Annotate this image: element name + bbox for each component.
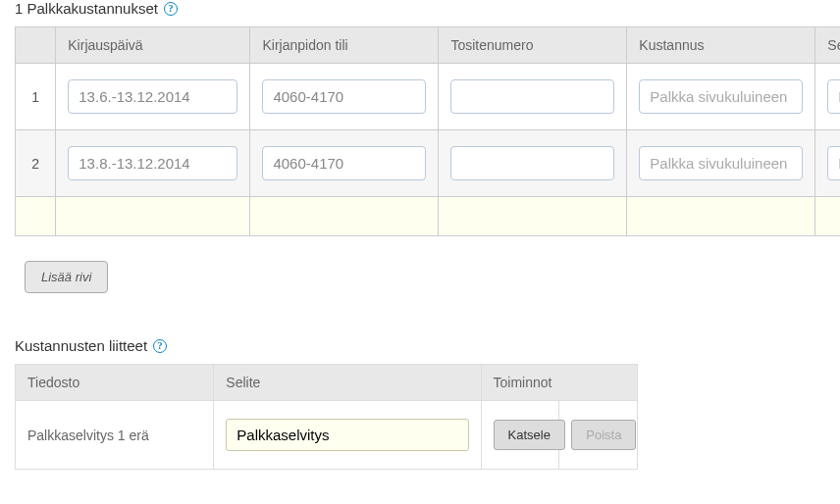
table-header-row: Tiedosto Selite Toiminnot <box>16 365 638 401</box>
table-row: Palkkaselvitys 1 erä Katsele Poista <box>16 401 638 470</box>
attachments-table: Tiedosto Selite Toiminnot Palkkaselvitys… <box>15 364 638 470</box>
delete-button: Poista <box>571 420 636 450</box>
header-actions: Toiminnot <box>481 365 637 401</box>
help-icon[interactable]: ? <box>164 2 178 16</box>
cost-input[interactable] <box>639 146 803 180</box>
account-input[interactable] <box>262 79 426 114</box>
date-input[interactable] <box>68 146 237 180</box>
costs-table: Kirjauspäivä Kirjanpidon tili Tositenume… <box>15 26 840 236</box>
voucher-input[interactable] <box>450 79 614 114</box>
header-cost: Kustannus <box>627 27 815 64</box>
header-explanation: Selite <box>815 27 840 64</box>
header-rownum <box>16 27 56 64</box>
table-footer-row <box>16 197 841 236</box>
section-title-attachments: Kustannusten liitteet ? <box>15 337 825 354</box>
view-button[interactable]: Katsele <box>494 420 565 450</box>
header-date: Kirjauspäivä <box>56 27 250 64</box>
header-account: Kirjanpidon tili <box>250 27 439 64</box>
table-row: 1 <box>16 64 841 130</box>
cost-input[interactable] <box>639 79 803 114</box>
section-title-attachments-text: Kustannusten liitteet <box>15 337 147 354</box>
section-title-costs-text: 1 Palkkakustannukset <box>15 0 158 17</box>
section-title-costs: 1 Palkkakustannukset ? <box>15 0 825 17</box>
date-input[interactable] <box>68 79 237 114</box>
explanation-input[interactable] <box>827 79 840 114</box>
explanation-input[interactable] <box>827 146 840 180</box>
row-number: 2 <box>16 130 56 197</box>
attachment-filename: Palkkaselvitys 1 erä <box>16 401 214 470</box>
table-header-row: Kirjauspäivä Kirjanpidon tili Tositenume… <box>16 27 841 64</box>
table-row: 2 <box>16 130 841 197</box>
header-description: Selite <box>214 365 481 401</box>
row-number: 1 <box>16 64 56 130</box>
add-row-button[interactable]: Lisää rivi <box>25 261 108 293</box>
description-input[interactable] <box>226 419 468 451</box>
account-input[interactable] <box>262 146 426 180</box>
header-file: Tiedosto <box>16 365 214 401</box>
header-voucher: Tositenumero <box>439 27 627 64</box>
help-icon[interactable]: ? <box>153 339 167 353</box>
voucher-input[interactable] <box>450 146 614 180</box>
